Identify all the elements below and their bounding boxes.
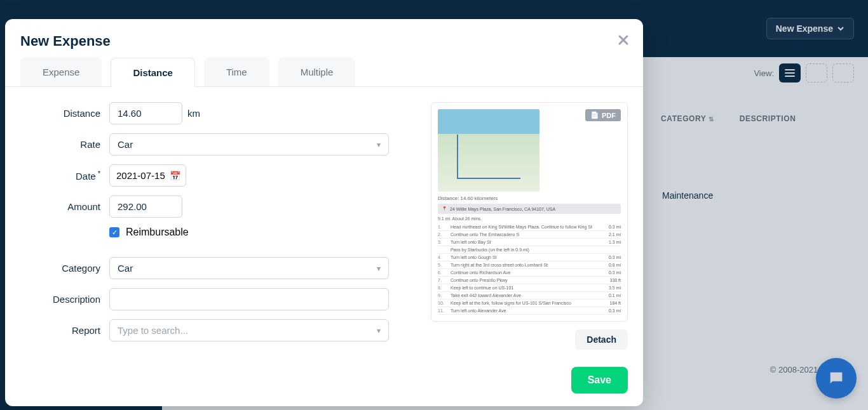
row-distance: Distance km bbox=[20, 102, 402, 124]
attachment-wrap: 📄 PDF Distance: 14.60 kilometers 📍 24 Wi… bbox=[431, 102, 628, 350]
map-route-line bbox=[457, 135, 520, 179]
chevron-down-icon: ▾ bbox=[377, 264, 381, 273]
tab-distance[interactable]: Distance bbox=[111, 58, 195, 87]
tab-time[interactable]: Time bbox=[204, 57, 269, 86]
modal-tabs: Expense Distance Time Multiple bbox=[5, 57, 643, 87]
direction-step: Pass by Starbucks (on the left in 0.9 mi… bbox=[438, 246, 621, 254]
report-placeholder: Type to search... bbox=[118, 325, 188, 336]
amount-input[interactable] bbox=[109, 195, 182, 218]
direction-step: 3.Turn left onto Bay St1.3 mi bbox=[438, 239, 621, 246]
tab-expense[interactable]: Expense bbox=[20, 57, 102, 86]
close-button[interactable] bbox=[618, 33, 629, 50]
reimbursable-checkbox[interactable]: ✓ bbox=[109, 227, 119, 237]
direction-step: 10.Keep left at the fork, follow signs f… bbox=[438, 300, 621, 307]
distance-unit: km bbox=[187, 108, 200, 119]
modal-footer: Save bbox=[571, 367, 628, 393]
direction-step: 6.Continue onto Richardson Ave0.3 mi bbox=[438, 269, 621, 277]
rate-select[interactable]: Car ▾ bbox=[109, 133, 389, 155]
label-date: Date * bbox=[20, 169, 109, 182]
direction-step: 4.Turn left onto Gough St0.3 mi bbox=[438, 254, 621, 261]
row-reimbursable: ✓ Reimbursable bbox=[109, 227, 402, 238]
file-icon: 📄 bbox=[590, 111, 599, 119]
label-category: Category bbox=[20, 263, 109, 274]
pin-icon: 📍 bbox=[442, 206, 447, 211]
detach-button[interactable]: Detach bbox=[575, 329, 628, 350]
pdf-badge: 📄 PDF bbox=[585, 109, 621, 121]
rate-value: Car bbox=[118, 139, 133, 150]
chevron-down-icon: ▾ bbox=[377, 326, 381, 335]
label-distance: Distance bbox=[20, 108, 109, 119]
row-report: Report Type to search... ▾ bbox=[20, 319, 402, 341]
direction-step: 2.Continue onto The Embarcadero S2.1 mi bbox=[438, 231, 621, 239]
direction-step: 7.Continue onto Presidio Pkwy338 ft bbox=[438, 277, 621, 284]
row-category: Category Car ▾ bbox=[20, 257, 402, 279]
close-icon bbox=[618, 34, 629, 46]
save-button[interactable]: Save bbox=[571, 367, 628, 393]
row-amount: Amount bbox=[20, 195, 402, 218]
direction-step: 1.Head northeast on King St/Willie Mays … bbox=[438, 223, 621, 231]
label-description: Description bbox=[20, 294, 109, 305]
date-input-wrap[interactable]: 📅 bbox=[109, 164, 186, 187]
attachment-card[interactable]: 📄 PDF Distance: 14.60 kilometers 📍 24 Wi… bbox=[431, 102, 628, 322]
calendar-icon: 📅 bbox=[170, 171, 180, 181]
label-report: Report bbox=[20, 325, 109, 336]
direction-step: 8.Keep left to continue on US-1013.5 mi bbox=[438, 284, 621, 292]
category-select[interactable]: Car ▾ bbox=[109, 257, 389, 279]
chevron-down-icon: ▾ bbox=[377, 140, 381, 149]
form-column: Distance km Rate Car ▾ Date * 📅 bbox=[20, 102, 402, 391]
report-select[interactable]: Type to search... ▾ bbox=[109, 319, 389, 341]
label-rate: Rate bbox=[20, 139, 109, 150]
label-amount: Amount bbox=[20, 201, 109, 212]
modal-title: New Expense bbox=[5, 19, 643, 57]
direction-step: 5.Turn right at the 3rd cross street ont… bbox=[438, 261, 621, 269]
attachment-column: 📄 PDF Distance: 14.60 kilometers 📍 24 Wi… bbox=[417, 102, 628, 391]
new-expense-modal: New Expense Expense Distance Time Multip… bbox=[5, 19, 643, 406]
attachment-address: 📍 24 Willie Mays Plaza, San Francisco, C… bbox=[438, 204, 621, 214]
description-input[interactable] bbox=[109, 288, 389, 310]
distance-input[interactable] bbox=[109, 102, 182, 124]
row-description: Description bbox=[20, 288, 402, 310]
directions-summary: 9.1 mi. About 26 mins. bbox=[438, 216, 621, 221]
attachment-distance-meta: Distance: 14.60 kilometers bbox=[438, 195, 621, 201]
label-reimbursable: Reimbursable bbox=[126, 227, 189, 238]
tab-multiple[interactable]: Multiple bbox=[278, 57, 356, 86]
category-value: Car bbox=[118, 263, 133, 274]
directions-list: 1.Head northeast on King St/Willie Mays … bbox=[438, 223, 621, 315]
direction-step: 9.Take exit 442 toward Alexander Ave0.1 … bbox=[438, 292, 621, 300]
date-input[interactable] bbox=[112, 168, 170, 183]
row-rate: Rate Car ▾ bbox=[20, 133, 402, 155]
row-date: Date * 📅 bbox=[20, 164, 402, 187]
map-thumbnail bbox=[438, 109, 539, 192]
direction-step: 11.Turn left onto Alexander Ave0.3 mi bbox=[438, 307, 621, 315]
modal-body: Distance km Rate Car ▾ Date * 📅 bbox=[5, 87, 643, 406]
